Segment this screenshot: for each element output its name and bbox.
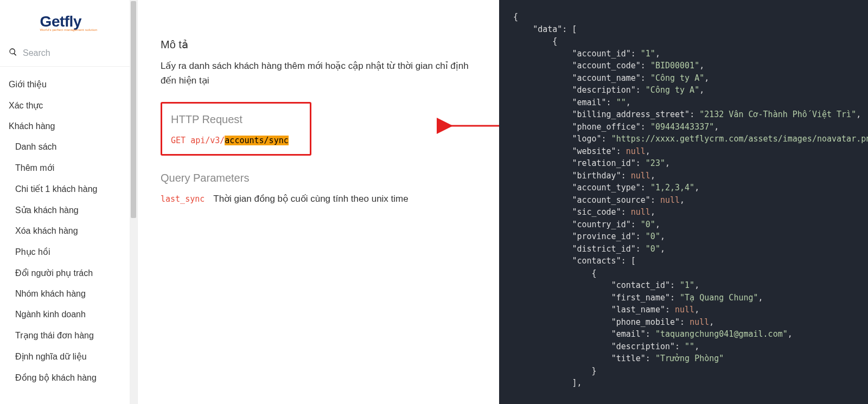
http-request-code: GET api/v3/accounts/sync [171,136,301,145]
sidebar-item-2[interactable]: Khách hàng [0,116,137,137]
sidebar-scrollbar-thumb[interactable] [131,1,136,218]
sidebar: Getfly World's perfect management soluti… [0,0,138,404]
sidebar-item-12[interactable]: Trạng thái đơn hàng [0,325,137,346]
response-code-panel[interactable]: { "data": [ { "account_id": "1", "accoun… [499,0,868,404]
sidebar-nav: Giới thiệuXác thựcKhách hàngDanh sáchThê… [0,66,137,388]
search-input[interactable] [23,48,131,58]
sidebar-item-9[interactable]: Đổi người phụ trách [0,262,137,284]
sidebar-item-6[interactable]: Sửa khách hàng [0,200,137,221]
sidebar-item-10[interactable]: Nhóm khách hàng [0,284,137,304]
http-method: GET [171,136,186,145]
sidebar-item-3[interactable]: Danh sách [0,137,137,157]
app-root: Getfly World's perfect management soluti… [0,0,868,404]
logo-text: Getfly [40,13,81,30]
query-param-desc: Thời gian đồng bộ cuối cùng tính theo un… [213,193,408,204]
sidebar-item-4[interactable]: Thêm mới [0,157,137,178]
sidebar-item-0[interactable]: Giới thiệu [0,74,137,95]
sidebar-scrollbar-track[interactable] [130,0,137,404]
annotation-arrow [444,119,499,134]
search-box[interactable] [0,42,137,66]
content-pane: Mô tả Lấy ra danh sách khách hàng thêm m… [138,0,499,404]
http-path-highlight: accounts/sync [225,136,288,145]
logo-subtitle: World's perfect management solution [40,28,98,31]
search-icon [9,48,17,59]
query-param-name: last_sync [161,194,205,204]
http-request-box: HTTP Request GET api/v3/accounts/sync [161,102,311,156]
sidebar-item-7[interactable]: Xóa khách hàng [0,221,137,241]
sidebar-scroll[interactable]: Getfly World's perfect management soluti… [0,0,137,404]
sidebar-item-1[interactable]: Xác thực [0,95,137,116]
sidebar-item-11[interactable]: Ngành kinh doanh [0,304,137,325]
section-title-description: Mô tả [161,38,477,51]
query-param-row: last_sync Thời gian đồng bộ cuối cùng tí… [161,193,477,204]
http-path: api/v3/ [190,136,225,145]
section-title-http-request: HTTP Request [171,113,301,126]
section-title-query-params: Query Parameters [161,172,477,184]
sidebar-item-5[interactable]: Chi tiết 1 khách hàng [0,178,137,200]
sidebar-item-8[interactable]: Phục hồi [0,241,137,262]
sidebar-item-13[interactable]: Định nghĩa dữ liệu [0,346,137,367]
description-text: Lấy ra danh sách khách hàng thêm mới hoặ… [161,59,477,88]
logo: Getfly World's perfect management soluti… [0,0,137,42]
sidebar-item-14[interactable]: Đồng bộ khách hàng [0,367,137,388]
